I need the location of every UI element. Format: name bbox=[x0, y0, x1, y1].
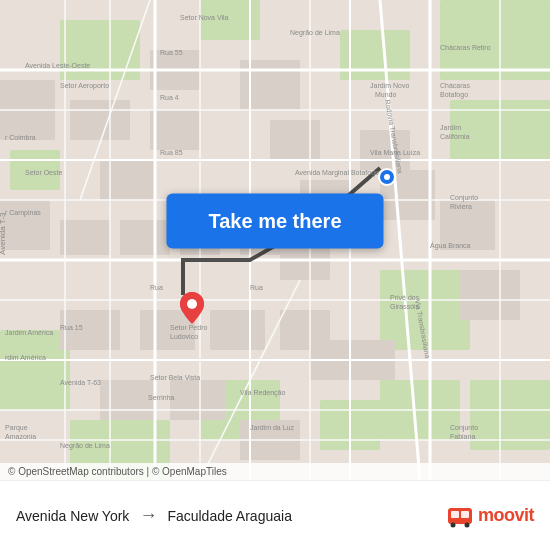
svg-rect-7 bbox=[0, 330, 70, 410]
svg-text:Rua: Rua bbox=[150, 284, 163, 291]
svg-rect-18 bbox=[150, 110, 200, 150]
svg-rect-39 bbox=[460, 270, 520, 320]
svg-point-109 bbox=[384, 174, 390, 180]
svg-text:Vila Redenção: Vila Redenção bbox=[240, 389, 286, 397]
svg-text:Jardim Novo: Jardim Novo bbox=[370, 82, 409, 89]
svg-point-114 bbox=[464, 522, 469, 527]
svg-text:Rua 85: Rua 85 bbox=[160, 149, 183, 156]
svg-text:Rua 15: Rua 15 bbox=[60, 324, 83, 331]
svg-text:Conjunto: Conjunto bbox=[450, 424, 478, 432]
footer-bar: Avenida New York → Faculdade Araguaia mo… bbox=[0, 480, 550, 550]
moovit-bus-icon bbox=[446, 502, 474, 530]
svg-text:Chácaras: Chácaras bbox=[440, 82, 470, 89]
origin-label: Avenida New York bbox=[16, 508, 129, 524]
svg-text:Rua: Rua bbox=[250, 284, 263, 291]
svg-text:Fabiana: Fabiana bbox=[450, 433, 475, 440]
svg-text:r Coimbra: r Coimbra bbox=[5, 134, 36, 141]
svg-text:r Campinas: r Campinas bbox=[5, 209, 41, 217]
svg-rect-111 bbox=[451, 511, 459, 518]
svg-rect-16 bbox=[70, 100, 130, 140]
svg-rect-34 bbox=[170, 380, 225, 420]
svg-text:Negrão de Lima: Negrão de Lima bbox=[60, 442, 110, 450]
svg-rect-30 bbox=[210, 310, 265, 350]
take-me-there-button[interactable]: Take me there bbox=[166, 193, 383, 248]
svg-text:Avenida T-3: Avenida T-3 bbox=[0, 212, 7, 255]
map-container: Avenida T-3 Avenida Leste-Oeste Rua 55 R… bbox=[0, 0, 550, 480]
svg-text:Amazonia: Amazonia bbox=[5, 433, 36, 440]
svg-text:Mundo: Mundo bbox=[375, 91, 397, 98]
svg-text:Rua 55: Rua 55 bbox=[160, 49, 183, 56]
svg-text:Negrão de Lima: Negrão de Lima bbox=[290, 29, 340, 37]
svg-rect-112 bbox=[461, 511, 469, 518]
svg-rect-21 bbox=[100, 160, 155, 200]
svg-text:Chácaras Retiro: Chácaras Retiro bbox=[440, 44, 491, 51]
svg-text:Jardim da Luz: Jardim da Luz bbox=[250, 424, 294, 431]
svg-text:Setor Bela Vista: Setor Bela Vista bbox=[150, 374, 200, 381]
moovit-brand-name: moovit bbox=[478, 505, 534, 526]
moovit-logo: moovit bbox=[446, 502, 534, 530]
origin-marker bbox=[178, 290, 206, 330]
svg-text:Conjunto: Conjunto bbox=[450, 194, 478, 202]
svg-text:rdim América: rdim América bbox=[5, 354, 46, 361]
destination-label: Faculdade Araguaia bbox=[167, 508, 292, 524]
svg-point-107 bbox=[187, 299, 197, 309]
svg-text:Água Branca: Água Branca bbox=[430, 241, 471, 250]
svg-text:Parque: Parque bbox=[5, 424, 28, 432]
svg-rect-33 bbox=[100, 380, 155, 420]
svg-text:Califórnia: Califórnia bbox=[440, 133, 470, 140]
svg-text:Rua 4: Rua 4 bbox=[160, 94, 179, 101]
svg-rect-20 bbox=[270, 120, 320, 160]
svg-text:Botafogo: Botafogo bbox=[440, 91, 468, 99]
svg-rect-15 bbox=[0, 200, 50, 250]
svg-text:Avenida Marginal Botafogo: Avenida Marginal Botafogo bbox=[295, 169, 379, 177]
svg-text:Serrinha: Serrinha bbox=[148, 394, 175, 401]
svg-text:Jardim América: Jardim América bbox=[5, 329, 53, 336]
svg-text:Avenida Leste-Oeste: Avenida Leste-Oeste bbox=[25, 62, 90, 69]
svg-rect-22 bbox=[60, 220, 110, 255]
svg-text:Riviera: Riviera bbox=[450, 203, 472, 210]
svg-rect-4 bbox=[440, 0, 550, 80]
svg-text:Jardim: Jardim bbox=[440, 124, 461, 131]
map-attribution: © OpenStreetMap contributors | © OpenMap… bbox=[0, 463, 550, 480]
svg-text:Setor Oeste: Setor Oeste bbox=[25, 169, 62, 176]
svg-text:Setor Aeroporto: Setor Aeroporto bbox=[60, 82, 109, 90]
direction-arrow: → bbox=[139, 505, 157, 526]
svg-text:Avenida T-63: Avenida T-63 bbox=[60, 379, 101, 386]
svg-point-113 bbox=[450, 522, 455, 527]
svg-text:Ludovico: Ludovico bbox=[170, 333, 198, 340]
svg-text:Setor Nova Vila: Setor Nova Vila bbox=[180, 14, 229, 21]
svg-rect-23 bbox=[120, 220, 170, 255]
destination-marker bbox=[378, 168, 396, 190]
